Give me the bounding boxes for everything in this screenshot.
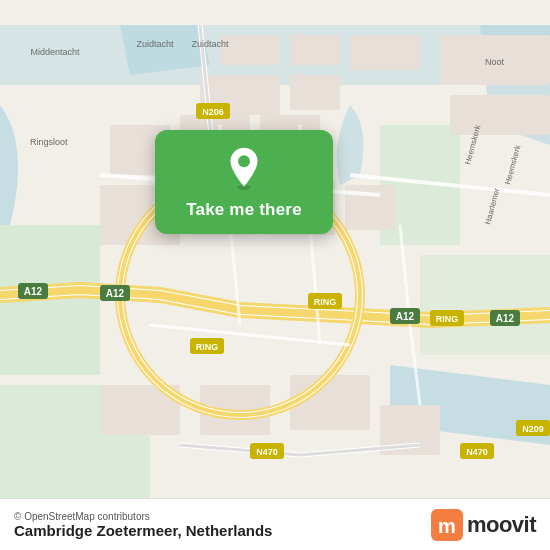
map-container: A12 A12 A12 A12 N206 N470 N470 RING RING… [0,0,550,550]
moovit-brand-text: moovit [467,512,536,538]
svg-text:A12: A12 [24,286,43,297]
location-info: © OpenStreetMap contributors Cambridge Z… [14,511,272,539]
svg-point-58 [238,155,250,167]
map-background: A12 A12 A12 A12 N206 N470 N470 RING RING… [0,0,550,550]
svg-rect-10 [290,75,340,110]
svg-text:A12: A12 [106,288,125,299]
svg-text:N470: N470 [256,447,278,457]
moovit-icon: m [431,509,463,541]
take-me-there-button[interactable]: Take me there [155,130,333,234]
location-name: Cambridge Zoetermeer, Netherlands [14,522,272,539]
svg-text:Zuidtacht: Zuidtacht [136,39,174,49]
location-pin-icon [222,146,266,190]
svg-text:N209: N209 [522,424,544,434]
svg-text:A12: A12 [496,313,515,324]
popup-label: Take me there [186,200,302,220]
svg-text:Middentacht: Middentacht [30,47,80,57]
svg-rect-6 [220,35,280,65]
moovit-logo: m moovit [431,509,536,541]
svg-text:N470: N470 [466,447,488,457]
bottom-bar: © OpenStreetMap contributors Cambridge Z… [0,498,550,550]
svg-text:RING: RING [314,297,337,307]
svg-text:Ringsloot: Ringsloot [30,137,68,147]
svg-rect-12 [450,95,550,135]
svg-text:Zuidtacht: Zuidtacht [191,39,229,49]
svg-text:N206: N206 [202,107,224,117]
svg-text:RING: RING [196,342,219,352]
svg-text:A12: A12 [396,311,415,322]
svg-rect-5 [420,255,550,355]
svg-text:m: m [438,515,456,537]
svg-text:RING: RING [436,314,459,324]
svg-rect-8 [350,35,420,70]
svg-rect-7 [290,35,340,65]
osm-attribution: © OpenStreetMap contributors [14,511,272,522]
svg-text:Noot: Noot [485,57,505,67]
